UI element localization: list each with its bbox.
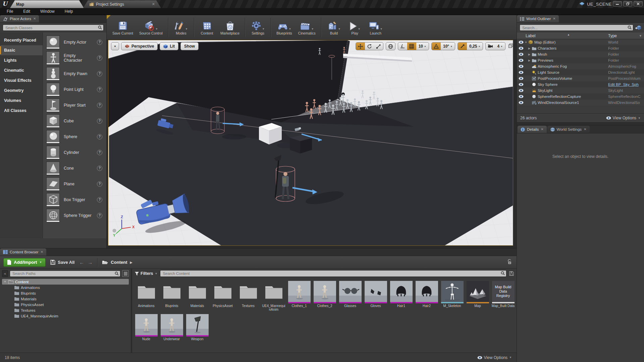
help-icon[interactable]: ?: [97, 150, 102, 155]
cinematics-button[interactable]: ▼Cinematics: [295, 18, 319, 37]
outliner-row-atmospheric-fog[interactable]: Atmospheric FogAtmosphericFog: [517, 63, 644, 69]
rotation-snap-toggle[interactable]: [432, 43, 441, 50]
asset-clothes-1[interactable]: Clothes_1: [287, 281, 311, 314]
asset-map-built-data[interactable]: Map Build Data RegistryMap_Built Data: [491, 281, 515, 314]
visibility-eye-icon[interactable]: [519, 41, 524, 44]
blueprints-button[interactable]: ▼Blueprints: [273, 18, 295, 37]
play-button[interactable]: ▼Play: [344, 18, 365, 37]
asset-hair2[interactable]: Hair2: [415, 281, 438, 314]
visibility-eye-icon[interactable]: [519, 71, 524, 74]
outliner-row-mesh[interactable]: ▶MeshFolder: [517, 51, 644, 57]
visibility-eye-icon[interactable]: [519, 77, 524, 80]
close-icon[interactable]: ✕: [152, 2, 155, 6]
help-icon[interactable]: ?: [97, 118, 102, 124]
asset-clothes-2[interactable]: Clothes_2: [313, 281, 336, 314]
place-item-cone[interactable]: Cone?: [43, 160, 106, 176]
asset-weapon[interactable]: Weapon: [185, 314, 209, 347]
search-content-input[interactable]: [160, 270, 506, 277]
category-basic[interactable]: Basic: [0, 45, 43, 55]
source-control-button[interactable]: ▼Source Control: [136, 18, 166, 37]
breadcrumb[interactable]: Content ▶: [102, 260, 132, 265]
save-search-icon[interactable]: [509, 271, 514, 276]
tab-place-actors[interactable]: Place Actors ✕: [0, 15, 39, 22]
lock-icon[interactable]: [507, 259, 512, 265]
build-button[interactable]: ▼Build: [324, 18, 344, 37]
outliner-row-sky-sphere[interactable]: Sky SphereEdit BP_Sky_Sph: [517, 81, 644, 87]
type-filter-icon[interactable]: ▼: [639, 34, 642, 38]
perspective-button[interactable]: Perspective: [121, 42, 158, 50]
tab-project-settings[interactable]: Project Settings ✕: [83, 0, 161, 8]
sources-view-button[interactable]: [122, 270, 129, 277]
translate-tool-button[interactable]: [356, 43, 365, 50]
menu-window[interactable]: Window: [40, 9, 55, 14]
visibility-eye-icon[interactable]: [519, 95, 524, 98]
category-all-classes[interactable]: All Classes: [0, 106, 43, 116]
place-item-empty-character[interactable]: Empty Character?: [43, 50, 106, 66]
place-item-sphere-trigger[interactable]: Sphere Trigger?: [43, 207, 106, 223]
visibility-eye-icon[interactable]: [519, 53, 524, 56]
category-recently-placed[interactable]: Recently Placed: [0, 35, 43, 45]
visibility-eye-icon[interactable]: [519, 83, 524, 86]
asset-m-skeleton[interactable]: M_Skeleton: [440, 281, 464, 314]
close-icon[interactable]: ✕: [541, 128, 543, 131]
outliner-view-options[interactable]: View Options ▼: [606, 116, 641, 120]
asset-nude[interactable]: Nude: [135, 314, 158, 347]
asset-gloves[interactable]: Gloves: [364, 281, 387, 314]
expander-icon[interactable]: ▶: [527, 47, 531, 50]
visibility-eye-icon[interactable]: [519, 47, 524, 50]
asset-map[interactable]: Map: [466, 281, 489, 314]
back-arrow-icon[interactable]: ←: [79, 259, 84, 265]
place-item-empty-actor[interactable]: Empty Actor?: [43, 34, 106, 50]
column-label[interactable]: Label: [517, 34, 535, 38]
help-icon[interactable]: ?: [97, 181, 102, 187]
folder-materials[interactable]: Materials: [2, 296, 129, 302]
folder-animations[interactable]: Animations: [2, 285, 129, 290]
help-icon[interactable]: ?: [97, 166, 102, 171]
launch-button[interactable]: ▼Launch: [365, 18, 386, 37]
tab-world-outliner[interactable]: World Outliner ✕: [517, 15, 559, 22]
outliner-row-previews[interactable]: ▶PreviewsFolder: [517, 57, 644, 63]
asset-materials[interactable]: Materials: [185, 281, 209, 314]
add-import-button[interactable]: Add/Import ▼: [3, 258, 46, 267]
category-visual-effects[interactable]: Visual Effects: [0, 75, 43, 85]
show-button[interactable]: Show: [180, 42, 199, 50]
breadcrumb-label[interactable]: Content: [111, 260, 127, 265]
viewport-options-button[interactable]: ▼: [111, 42, 119, 50]
surface-snap-button[interactable]: [398, 43, 407, 50]
close-icon[interactable]: ✕: [41, 250, 43, 254]
add-actor-icon[interactable]: [635, 25, 641, 30]
rotate-tool-button[interactable]: [365, 43, 374, 50]
grid-snap-value[interactable]: 10▼: [416, 43, 429, 50]
close-icon[interactable]: ✕: [584, 128, 586, 131]
menu-help[interactable]: Help: [65, 9, 73, 14]
viewport[interactable]: Z X Y ▼ Perspective Lit Show: [108, 40, 513, 246]
folder-bluprints[interactable]: Bluprints: [2, 290, 129, 296]
save-current-button[interactable]: Save Current: [109, 18, 136, 37]
maximize-viewport-button[interactable]: [508, 44, 513, 48]
place-item-plane[interactable]: Plane?: [43, 176, 106, 192]
help-icon[interactable]: ?: [97, 55, 102, 61]
lit-button[interactable]: Lit: [160, 42, 178, 50]
folder-physicsasset[interactable]: PhysicsAsset: [2, 302, 129, 307]
help-icon[interactable]: ?: [97, 103, 102, 108]
scale-snap-toggle[interactable]: [458, 43, 467, 50]
help-icon[interactable]: ?: [97, 40, 102, 45]
camera-speed-button[interactable]: [486, 43, 495, 50]
asset-glasses[interactable]: Glasses: [338, 281, 362, 314]
filters-button[interactable]: Filters ▼: [135, 271, 157, 276]
place-item-empty-pawn[interactable]: Empty Pawn?: [43, 66, 106, 81]
help-icon[interactable]: ?: [97, 213, 102, 218]
settings-button[interactable]: ▼Settings: [248, 18, 268, 37]
expander-icon[interactable]: ▼: [524, 41, 528, 44]
place-item-point-light[interactable]: Point Light?: [43, 81, 106, 97]
folder-textures[interactable]: Textures: [2, 307, 129, 313]
menu-file[interactable]: File: [7, 9, 13, 14]
asset-animations[interactable]: Animations: [135, 281, 158, 314]
chevron-right-icon[interactable]: ▶: [130, 261, 132, 264]
place-item-sphere[interactable]: Sphere?: [43, 129, 106, 144]
category-geometry[interactable]: Geometry: [0, 85, 43, 96]
category-volumes[interactable]: Volumes: [0, 96, 43, 106]
asset-ue4-mannequinanim[interactable]: UE4_MannequinAnim: [262, 281, 285, 314]
scale-tool-button[interactable]: [374, 43, 383, 50]
panel-splitter[interactable]: [517, 122, 644, 125]
